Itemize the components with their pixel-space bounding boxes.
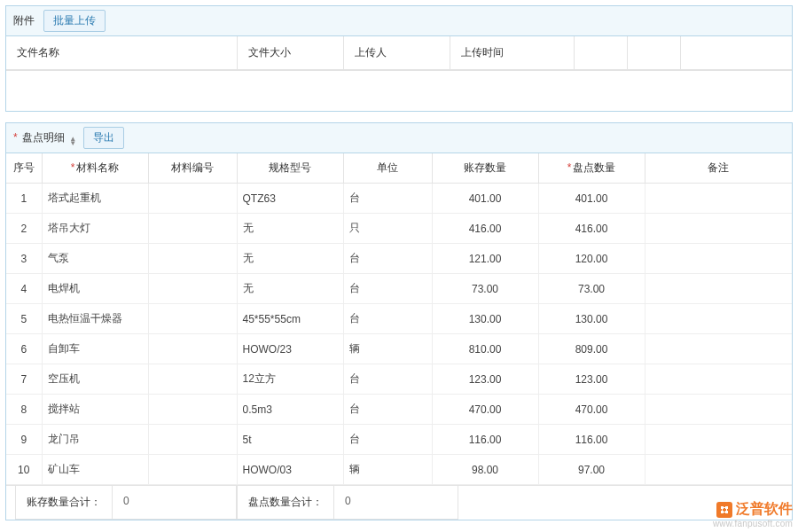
- cell-count-qty[interactable]: 809.00: [538, 334, 645, 364]
- cell-spec: HOWO/03: [237, 455, 343, 485]
- cell-seq: 10: [6, 455, 42, 485]
- cell-remark: [645, 244, 792, 274]
- cell-remark: [645, 425, 792, 455]
- table-row[interactable]: 3气泵无台121.00120.00: [6, 244, 792, 274]
- cell-material-code: [148, 214, 237, 244]
- cell-seq: 7: [6, 364, 42, 395]
- cell-material-code: [148, 184, 237, 214]
- cell-count-qty[interactable]: 130.00: [538, 304, 645, 334]
- table-row[interactable]: 1塔式起重机QTZ63台401.00401.00: [6, 184, 792, 214]
- totals-stock-label: 账存数量合计：: [15, 486, 113, 520]
- detail-panel: * 盘点明细 ▲ ▼ 导出 序号 *材料名称 材料编号 规格型号 单位 账存数量…: [5, 122, 793, 520]
- cell-count-qty[interactable]: 123.00: [538, 364, 645, 395]
- cell-remark: [645, 364, 792, 395]
- cell-remark: [645, 274, 792, 304]
- cell-material-name: 电热恒温干燥器: [42, 304, 148, 334]
- cell-count-qty[interactable]: 470.00: [538, 395, 645, 425]
- cell-unit: 台: [343, 184, 432, 214]
- col-spec: 规格型号: [237, 153, 343, 184]
- totals-count-value: 0: [334, 486, 458, 520]
- cell-material-code: [148, 334, 237, 364]
- cell-stock-qty: 98.00: [432, 455, 538, 485]
- cell-count-qty[interactable]: 97.00: [538, 455, 645, 485]
- cell-count-qty[interactable]: 120.00: [538, 244, 645, 274]
- cell-unit: 辆: [343, 455, 432, 485]
- cell-material-name: 塔吊大灯: [42, 214, 148, 244]
- export-button[interactable]: 导出: [83, 127, 124, 149]
- attachment-title: 附件: [13, 13, 35, 28]
- table-row[interactable]: 9龙门吊5t台116.00116.00: [6, 425, 792, 455]
- totals-row: 账存数量合计： 0 盘点数量合计： 0: [6, 485, 792, 520]
- attachment-panel: 附件 批量上传 文件名称 文件大小 上传人 上传时间: [5, 5, 793, 112]
- file-col-size: 文件大小: [237, 36, 343, 70]
- sort-icon[interactable]: ▲ ▼: [69, 137, 76, 146]
- cell-material-name: 塔式起重机: [42, 184, 148, 214]
- cell-spec: 无: [237, 274, 343, 304]
- cell-remark: [645, 395, 792, 425]
- cell-seq: 6: [6, 334, 42, 364]
- col-remark: 备注: [645, 153, 792, 184]
- totals-count-label: 盘点数量合计：: [237, 486, 334, 520]
- detail-title-wrap: * 盘点明细 ▲ ▼: [13, 130, 76, 146]
- cell-material-name: 自卸车: [42, 334, 148, 364]
- cell-stock-qty: 130.00: [432, 304, 538, 334]
- cell-spec: 0.5m3: [237, 395, 343, 425]
- cell-seq: 5: [6, 304, 42, 334]
- cell-spec: 12立方: [237, 364, 343, 395]
- sort-down-icon: ▼: [69, 142, 76, 146]
- cell-remark: [645, 334, 792, 364]
- col-unit: 单位: [343, 153, 432, 184]
- cell-material-name: 电焊机: [42, 274, 148, 304]
- cell-seq: 1: [6, 184, 42, 214]
- cell-stock-qty: 470.00: [432, 395, 538, 425]
- cell-stock-qty: 416.00: [432, 214, 538, 244]
- table-row[interactable]: 7空压机12立方台123.00123.00: [6, 364, 792, 395]
- cell-stock-qty: 73.00: [432, 274, 538, 304]
- table-row[interactable]: 10矿山车HOWO/03辆98.0097.00: [6, 455, 792, 485]
- cell-material-name: 气泵: [42, 244, 148, 274]
- detail-title: 盘点明细: [22, 131, 65, 144]
- table-row[interactable]: 5电热恒温干燥器45*55*55cm台130.00130.00: [6, 304, 792, 334]
- cell-material-name: 矿山车: [42, 455, 148, 485]
- detail-table: 序号 *材料名称 材料编号 规格型号 单位 账存数量 *盘点数量 备注 1塔式起…: [6, 153, 792, 485]
- batch-upload-button[interactable]: 批量上传: [43, 10, 106, 32]
- cell-material-code: [148, 304, 237, 334]
- cell-unit: 台: [343, 395, 432, 425]
- cell-remark: [645, 304, 792, 334]
- cell-spec: QTZ63: [237, 184, 343, 214]
- cell-material-code: [148, 425, 237, 455]
- table-row[interactable]: 4电焊机无台73.0073.00: [6, 274, 792, 304]
- cell-seq: 3: [6, 244, 42, 274]
- file-col-name: 文件名称: [6, 36, 237, 70]
- cell-count-qty[interactable]: 416.00: [538, 214, 645, 244]
- cell-unit: 台: [343, 244, 432, 274]
- cell-count-qty[interactable]: 116.00: [538, 425, 645, 455]
- table-row[interactable]: 6自卸车HOWO/23辆810.00809.00: [6, 334, 792, 364]
- detail-header-row: 序号 *材料名称 材料编号 规格型号 单位 账存数量 *盘点数量 备注: [6, 153, 792, 184]
- cell-stock-qty: 810.00: [432, 334, 538, 364]
- col-material-code: 材料编号: [148, 153, 237, 184]
- table-row[interactable]: 8搅拌站0.5m3台470.00470.00: [6, 395, 792, 425]
- file-col-time: 上传时间: [450, 36, 574, 70]
- cell-spec: HOWO/23: [237, 334, 343, 364]
- detail-header: * 盘点明细 ▲ ▼ 导出: [6, 123, 792, 153]
- file-col-uploader: 上传人: [343, 36, 450, 70]
- cell-stock-qty: 121.00: [432, 244, 538, 274]
- table-row[interactable]: 2塔吊大灯无只416.00416.00: [6, 214, 792, 244]
- cell-material-name: 空压机: [42, 364, 148, 395]
- file-col-action-1: [574, 36, 627, 70]
- cell-stock-qty: 123.00: [432, 364, 538, 395]
- cell-count-qty[interactable]: 73.00: [538, 274, 645, 304]
- cell-spec: 无: [237, 244, 343, 274]
- cell-remark: [645, 214, 792, 244]
- cell-remark: [645, 184, 792, 214]
- cell-unit: 台: [343, 274, 432, 304]
- cell-stock-qty: 401.00: [432, 184, 538, 214]
- col-count-qty: *盘点数量: [538, 153, 645, 184]
- cell-count-qty[interactable]: 401.00: [538, 184, 645, 214]
- cell-seq: 8: [6, 395, 42, 425]
- totals-stock-value: 0: [113, 486, 237, 520]
- required-marker: *: [13, 131, 18, 144]
- cell-unit: 台: [343, 364, 432, 395]
- cell-unit: 台: [343, 425, 432, 455]
